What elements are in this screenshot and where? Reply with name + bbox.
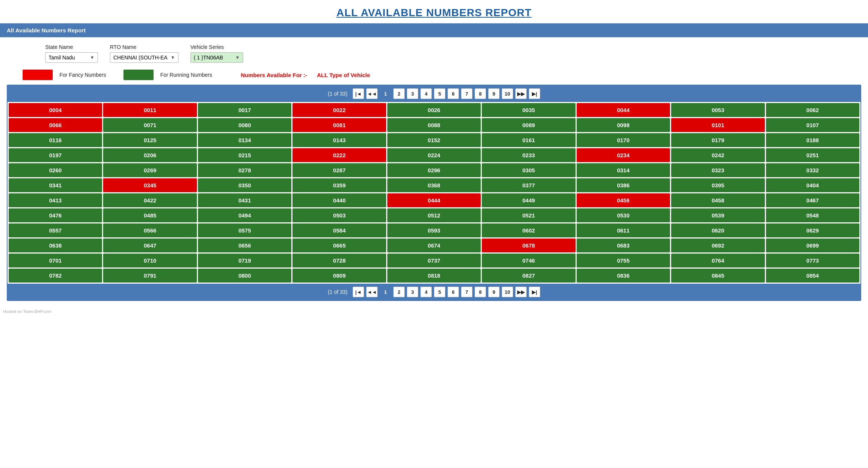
number-cell[interactable]: 0053 (671, 103, 764, 117)
bottom-page-1-button[interactable]: 1 (380, 287, 391, 297)
state-select[interactable]: Tamil Nadu ▼ (45, 52, 98, 63)
number-cell[interactable]: 0386 (577, 178, 670, 192)
number-cell[interactable]: 0620 (671, 223, 764, 237)
number-cell[interactable]: 0395 (671, 178, 764, 192)
number-cell[interactable]: 0593 (387, 223, 481, 237)
bottom-next-button[interactable]: ▶▶ (515, 287, 527, 297)
number-cell[interactable]: 0062 (766, 103, 859, 117)
bottom-prev-button[interactable]: ◄◄ (366, 287, 378, 297)
series-select[interactable]: ( 1 )TN06AB ▼ (190, 52, 243, 63)
number-cell[interactable]: 0503 (292, 208, 386, 222)
number-cell[interactable]: 0260 (9, 163, 102, 177)
number-cell[interactable]: 0170 (577, 133, 670, 147)
number-cell[interactable]: 0251 (766, 148, 859, 162)
number-cell[interactable]: 0800 (198, 269, 291, 283)
number-cell[interactable]: 0323 (671, 163, 764, 177)
number-cell[interactable]: 0143 (292, 133, 386, 147)
top-page-6-button[interactable]: 6 (448, 88, 459, 99)
number-cell[interactable]: 0791 (103, 269, 196, 283)
number-cell[interactable]: 0773 (766, 254, 859, 267)
top-page-8-button[interactable]: 8 (475, 88, 486, 99)
number-cell[interactable]: 0004 (9, 103, 102, 117)
number-cell[interactable]: 0287 (292, 163, 386, 177)
number-cell[interactable]: 0845 (671, 269, 764, 283)
number-cell[interactable]: 0719 (198, 254, 291, 267)
number-cell[interactable]: 0234 (577, 148, 670, 162)
top-page-1-button[interactable]: 1 (380, 88, 391, 99)
number-cell[interactable]: 0215 (198, 148, 291, 162)
number-cell[interactable]: 0476 (9, 208, 102, 222)
number-cell[interactable]: 0233 (482, 148, 575, 162)
number-cell[interactable]: 0098 (577, 118, 670, 132)
number-cell[interactable]: 0699 (766, 239, 859, 252)
number-cell[interactable]: 0197 (9, 148, 102, 162)
number-cell[interactable]: 0440 (292, 193, 386, 207)
bottom-first-button[interactable]: |◄ (353, 287, 364, 297)
bottom-page-4-button[interactable]: 4 (420, 287, 432, 297)
number-cell[interactable]: 0746 (482, 254, 575, 267)
number-cell[interactable]: 0836 (577, 269, 670, 283)
top-first-button[interactable]: |◄ (353, 88, 364, 99)
number-cell[interactable]: 0066 (9, 118, 102, 132)
number-cell[interactable]: 0467 (766, 193, 859, 207)
number-cell[interactable]: 0206 (103, 148, 196, 162)
bottom-page-7-button[interactable]: 7 (461, 287, 472, 297)
number-cell[interactable]: 0737 (387, 254, 481, 267)
number-cell[interactable]: 0485 (103, 208, 196, 222)
number-cell[interactable]: 0161 (482, 133, 575, 147)
number-cell[interactable]: 0548 (766, 208, 859, 222)
number-cell[interactable]: 0116 (9, 133, 102, 147)
number-cell[interactable]: 0710 (103, 254, 196, 267)
number-cell[interactable]: 0404 (766, 178, 859, 192)
number-cell[interactable]: 0080 (198, 118, 291, 132)
number-cell[interactable]: 0512 (387, 208, 481, 222)
number-cell[interactable]: 0656 (198, 239, 291, 252)
number-cell[interactable]: 0809 (292, 269, 386, 283)
number-cell[interactable]: 0728 (292, 254, 386, 267)
number-cell[interactable]: 0296 (387, 163, 481, 177)
number-cell[interactable]: 0269 (103, 163, 196, 177)
number-cell[interactable]: 0674 (387, 239, 481, 252)
number-cell[interactable]: 0224 (387, 148, 481, 162)
top-page-9-button[interactable]: 9 (488, 88, 499, 99)
number-cell[interactable]: 0692 (671, 239, 764, 252)
number-cell[interactable]: 0444 (387, 193, 481, 207)
bottom-page-10-button[interactable]: 10 (502, 287, 513, 297)
number-cell[interactable]: 0107 (766, 118, 859, 132)
bottom-page-3-button[interactable]: 3 (407, 287, 418, 297)
number-cell[interactable]: 0818 (387, 269, 481, 283)
number-cell[interactable]: 0584 (292, 223, 386, 237)
number-cell[interactable]: 0629 (766, 223, 859, 237)
number-cell[interactable]: 0011 (103, 103, 196, 117)
number-cell[interactable]: 0678 (482, 239, 575, 252)
number-cell[interactable]: 0242 (671, 148, 764, 162)
number-cell[interactable]: 0017 (198, 103, 291, 117)
bottom-page-2-button[interactable]: 2 (393, 287, 405, 297)
number-cell[interactable]: 0071 (103, 118, 196, 132)
number-cell[interactable]: 0449 (482, 193, 575, 207)
number-cell[interactable]: 0188 (766, 133, 859, 147)
number-cell[interactable]: 0458 (671, 193, 764, 207)
number-cell[interactable]: 0179 (671, 133, 764, 147)
number-cell[interactable]: 0377 (482, 178, 575, 192)
bottom-page-9-button[interactable]: 9 (488, 287, 499, 297)
top-page-3-button[interactable]: 3 (407, 88, 418, 99)
number-cell[interactable]: 0088 (387, 118, 481, 132)
number-cell[interactable]: 0827 (482, 269, 575, 283)
rto-select[interactable]: CHENNAI (SOUTH-EA ▼ (110, 52, 178, 63)
bottom-page-6-button[interactable]: 6 (448, 287, 459, 297)
top-page-5-button[interactable]: 5 (434, 88, 445, 99)
number-cell[interactable]: 0611 (577, 223, 670, 237)
number-cell[interactable]: 0350 (198, 178, 291, 192)
bottom-page-8-button[interactable]: 8 (475, 287, 486, 297)
number-cell[interactable]: 0101 (671, 118, 764, 132)
number-cell[interactable]: 0566 (103, 223, 196, 237)
number-cell[interactable]: 0044 (577, 103, 670, 117)
number-cell[interactable]: 0314 (577, 163, 670, 177)
number-cell[interactable]: 0854 (766, 269, 859, 283)
number-cell[interactable]: 0575 (198, 223, 291, 237)
number-cell[interactable]: 0764 (671, 254, 764, 267)
number-cell[interactable]: 0359 (292, 178, 386, 192)
number-cell[interactable]: 0431 (198, 193, 291, 207)
number-cell[interactable]: 0413 (9, 193, 102, 207)
